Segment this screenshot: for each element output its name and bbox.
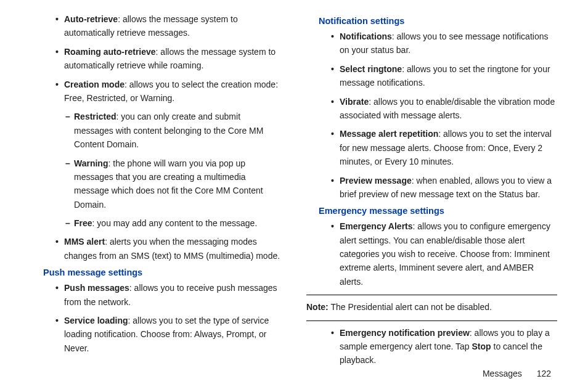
term: Roaming auto-retrieve bbox=[64, 47, 156, 57]
page-footer: Messages 122 bbox=[483, 369, 551, 378]
list-item: MMS alert: alerts you when the messaging… bbox=[55, 235, 282, 263]
list-item: Push messages: allows you to receive pus… bbox=[55, 281, 282, 309]
footer-section: Messages bbox=[483, 369, 522, 378]
term: Notifications bbox=[340, 31, 392, 41]
note-label: Note: bbox=[306, 302, 329, 312]
term: Restricted bbox=[74, 112, 116, 121]
desc: : you may add any content to the message… bbox=[92, 218, 258, 228]
list-item: Emergency Alerts: allows you to configur… bbox=[331, 219, 557, 288]
heading-emergency-settings: Emergency message settings bbox=[319, 206, 557, 216]
bullet-list-mms: MMS alert: alerts you when the messaging… bbox=[31, 235, 282, 263]
dash-sublist: Restricted: you can only create and subm… bbox=[31, 110, 282, 230]
term: Service loading bbox=[64, 316, 128, 325]
desc: : allows you to enable/disable the vibra… bbox=[340, 97, 555, 120]
page-columns: Auto-retrieve: allows the message system… bbox=[31, 12, 557, 372]
list-item: Preview message: when enabled, allows yo… bbox=[331, 174, 557, 202]
term: Select ringtone bbox=[340, 64, 402, 74]
list-item: Message alert repetition: allows you to … bbox=[331, 127, 557, 168]
list-item: Creation mode: allows you to select the … bbox=[55, 78, 282, 105]
term: Warning bbox=[74, 158, 108, 168]
bullet-list-emergency-2: Emergency notification preview: allows y… bbox=[306, 326, 557, 367]
list-item: Free: you may add any content to the mes… bbox=[65, 216, 282, 230]
term: Emergency Alerts bbox=[340, 221, 413, 231]
list-item: Vibrate: allows you to enable/disable th… bbox=[331, 95, 557, 123]
heading-notification-settings: Notification settings bbox=[319, 16, 557, 26]
list-item: Emergency notification preview: allows y… bbox=[331, 326, 557, 367]
list-item: Warning: the phone will warn you via pop… bbox=[65, 157, 282, 212]
list-item: Auto-retrieve: allows the message system… bbox=[55, 12, 282, 40]
footer-page-number: 122 bbox=[537, 369, 551, 378]
heading-push-message-settings: Push message settings bbox=[43, 267, 282, 277]
note-text: Note: The Presidential alert can not be … bbox=[306, 300, 557, 314]
note-divider-bottom bbox=[306, 321, 557, 321]
bullet-list-top: Auto-retrieve: allows the message system… bbox=[31, 12, 282, 105]
list-item: Roaming auto-retrieve: allows the messag… bbox=[55, 45, 282, 73]
term: Auto-retrieve bbox=[64, 14, 118, 24]
note-body: The Presidential alert can not be disabl… bbox=[329, 302, 492, 312]
term: Preview message bbox=[340, 176, 412, 186]
term: Vibrate bbox=[340, 97, 369, 107]
bullet-list-notifications: Notifications: allows you to see message… bbox=[306, 30, 557, 201]
column-right: Notification settings Notifications: all… bbox=[306, 12, 557, 372]
term: Push messages bbox=[64, 283, 129, 293]
stop-word: Stop bbox=[472, 341, 491, 351]
bullet-list-emergency: Emergency Alerts: allows you to configur… bbox=[306, 219, 557, 288]
bullet-list-push: Push messages: allows you to receive pus… bbox=[31, 281, 282, 355]
list-item: Select ringtone: allows you to set the r… bbox=[331, 62, 557, 90]
note-divider-top bbox=[306, 295, 557, 295]
term: Emergency notification preview bbox=[340, 328, 470, 338]
list-item: Service loading: allows you to set the t… bbox=[55, 314, 282, 355]
column-left: Auto-retrieve: allows the message system… bbox=[31, 12, 282, 372]
list-item: Restricted: you can only create and subm… bbox=[65, 110, 282, 151]
term: Message alert repetition bbox=[340, 129, 438, 139]
term: Creation mode bbox=[64, 80, 125, 89]
term: Free bbox=[74, 218, 92, 228]
list-item: Notifications: allows you to see message… bbox=[331, 30, 557, 57]
term: MMS alert bbox=[64, 237, 105, 247]
